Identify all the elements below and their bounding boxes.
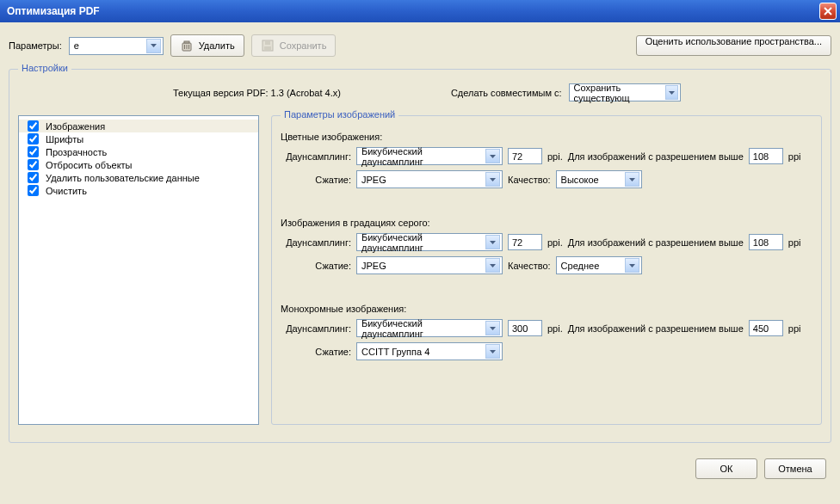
settings-group: Настройки Текущая версия PDF: 1.3 (Acrob… — [9, 69, 831, 443]
for-above-label: Для изображений с разрешением выше — [568, 323, 744, 334]
category-label: Удалить пользовательские данные — [46, 173, 200, 183]
params-label: Параметры: — [9, 40, 62, 51]
trash-icon — [180, 39, 194, 52]
category-item-fonts[interactable]: Шрифты — [19, 132, 258, 145]
compat-select[interactable]: Сохранить существующ — [569, 83, 681, 101]
downsampling-label: Даунсамплинг: — [281, 323, 351, 334]
chevron-down-icon — [485, 344, 500, 359]
window-title: Оптимизация PDF — [7, 5, 100, 17]
save-label: Сохранить — [280, 40, 327, 51]
content: Параметры: e Удалить Сохранить — [0, 22, 840, 488]
for-above-label: Для изображений с разрешением выше — [568, 151, 744, 162]
category-label: Изображения — [46, 121, 105, 132]
category-label: Шрифты — [46, 134, 83, 144]
svg-rect-7 — [265, 41, 270, 45]
category-checkbox[interactable] — [28, 172, 39, 183]
ppi-label: ppi — [788, 237, 801, 248]
image-params-group: Параметры изображений Цветные изображени… — [271, 115, 822, 425]
chevron-down-icon — [625, 258, 639, 273]
close-icon — [824, 7, 832, 15]
params-select[interactable]: e — [69, 37, 164, 55]
top-toolbar: Параметры: e Удалить Сохранить — [9, 34, 831, 57]
color-title: Цветные изображения: — [281, 132, 812, 142]
gray-compression-select[interactable]: JPEG — [356, 256, 503, 274]
chevron-down-icon — [485, 258, 500, 273]
chevron-down-icon — [485, 172, 500, 187]
category-label: Прозрачность — [46, 147, 107, 157]
category-checkbox[interactable] — [28, 159, 39, 170]
category-label: Отбросить объекты — [46, 160, 133, 170]
gray-title: Изображения в градациях серого: — [281, 218, 812, 228]
quality-label: Качество: — [508, 175, 551, 185]
bottom-bar: ОК Отмена — [9, 452, 831, 479]
ppi-label: ppi — [788, 151, 801, 162]
chevron-down-icon — [625, 172, 639, 187]
mono-target-ppi[interactable]: 300 — [508, 320, 542, 336]
color-quality-select[interactable]: Высокое — [556, 170, 642, 188]
ok-button[interactable]: ОК — [695, 458, 757, 479]
delete-button[interactable]: Удалить — [170, 34, 244, 57]
gray-above-ppi[interactable]: 108 — [749, 234, 783, 250]
color-target-ppi[interactable]: 72 — [508, 148, 542, 164]
category-item-images[interactable]: Изображения — [19, 120, 258, 132]
color-downsampling-select[interactable]: Бикубический даунсамплинг — [356, 147, 503, 165]
gray-target-ppi[interactable]: 72 — [508, 234, 542, 250]
chevron-down-icon — [146, 39, 161, 53]
category-checkbox[interactable] — [28, 185, 39, 196]
params-value: e — [74, 40, 79, 51]
quality-label: Качество: — [508, 261, 551, 271]
mono-above-ppi[interactable]: 450 — [749, 320, 783, 336]
save-button: Сохранить — [251, 34, 337, 57]
ppi-label: ppi. — [547, 237, 563, 248]
ppi-label: ppi. — [547, 151, 563, 162]
gray-quality-select[interactable]: Среднее — [556, 256, 642, 274]
category-checkbox[interactable] — [28, 133, 39, 144]
ppi-label: ppi. — [547, 323, 563, 334]
mono-title: Монохромные изображения: — [281, 304, 812, 314]
for-above-label: Для изображений с разрешением выше — [568, 237, 744, 248]
category-checkbox[interactable] — [28, 146, 39, 157]
delete-label: Удалить — [199, 40, 235, 51]
cancel-button[interactable]: Отмена — [764, 458, 826, 479]
downsampling-label: Даунсамплинг: — [281, 151, 351, 162]
title-bar: Оптимизация PDF — [0, 0, 840, 22]
chevron-down-icon — [485, 149, 500, 163]
compression-label: Сжатие: — [281, 175, 351, 185]
category-checkbox[interactable] — [28, 120, 39, 132]
chevron-down-icon — [485, 321, 500, 335]
color-above-ppi[interactable]: 108 — [749, 148, 783, 164]
pdf-version-label: Текущая версия PDF: 1.3 (Acrobat 4.x) — [173, 88, 341, 98]
category-item-discard-userdata[interactable]: Удалить пользовательские данные — [19, 171, 258, 184]
compat-label: Сделать совместимым с: — [451, 88, 562, 98]
category-label: Очистить — [46, 186, 87, 196]
settings-legend: Настройки — [18, 63, 71, 73]
compat-value: Сохранить существующ — [574, 83, 665, 103]
category-list[interactable]: Изображения Шрифты Прозрачность Отбросит… — [18, 115, 259, 425]
color-compression-select[interactable]: JPEG — [356, 170, 503, 188]
floppy-disk-icon — [261, 39, 275, 52]
compression-label: Сжатие: — [281, 347, 351, 357]
compression-label: Сжатие: — [281, 261, 351, 271]
estimate-space-button[interactable]: Оценить использование пространства... — [636, 35, 831, 56]
mono-compression-select[interactable]: CCITT Группа 4 — [356, 342, 503, 360]
version-row: Текущая версия PDF: 1.3 (Acrobat 4.x) Сд… — [18, 83, 822, 101]
chevron-down-icon — [665, 85, 678, 100]
category-item-discard-objects[interactable]: Отбросить объекты — [19, 158, 258, 171]
category-item-transparency[interactable]: Прозрачность — [19, 145, 258, 158]
svg-rect-6 — [264, 46, 271, 50]
mono-downsampling-select[interactable]: Бикубический даунсамплинг — [356, 319, 503, 337]
category-item-cleanup[interactable]: Очистить — [19, 184, 258, 197]
chevron-down-icon — [485, 235, 500, 249]
close-button[interactable] — [819, 3, 837, 20]
svg-rect-1 — [184, 41, 189, 43]
ppi-label: ppi — [788, 323, 801, 334]
image-params-legend: Параметры изображений — [281, 109, 398, 120]
gray-downsampling-select[interactable]: Бикубический даунсамплинг — [356, 233, 503, 251]
downsampling-label: Даунсамплинг: — [281, 237, 351, 248]
